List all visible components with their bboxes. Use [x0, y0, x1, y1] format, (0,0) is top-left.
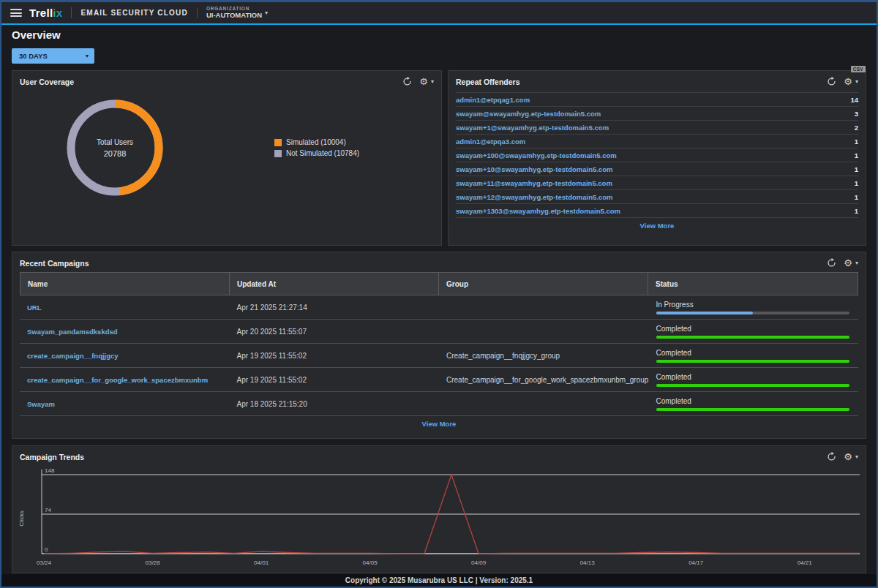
progress-bar-fill [656, 360, 850, 363]
view-more-link[interactable]: View More [449, 222, 866, 230]
campaigns-table: Name Updated At Group Status URL Apr 21 … [20, 272, 858, 416]
repeat-offender-row: admin1@etpqag1.com 14 [456, 93, 858, 107]
svg-text:04/09: 04/09 [471, 559, 487, 566]
status-label: Completed [656, 373, 691, 381]
repeat-offender-row: admin1@etpqa3.com 1 [456, 135, 858, 148]
svg-text:04/01: 04/01 [254, 559, 269, 566]
org-dropdown[interactable]: ORGANIZATION UI-AUTOMATION ▾ [206, 6, 268, 19]
campaign-status-cell: Completed [649, 344, 859, 367]
offender-email-link[interactable]: swayam+11@swayamhyg.etp-testdomain5.com [456, 179, 612, 187]
svg-text:04/21: 04/21 [798, 559, 813, 566]
svg-text:Clicks: Clicks [18, 510, 25, 526]
repeat-offender-row: swayam@swayamhyg.etp-testdomain5.com 3 [456, 107, 858, 121]
settings-gear-icon[interactable]: ⚙▾ [419, 77, 434, 86]
svg-text:74: 74 [45, 507, 51, 513]
repeat-offenders-panel: CSV Repeat Offenders ⚙▾ admin1@etpqag1.c… [448, 70, 866, 246]
chevron-down-icon: ▾ [86, 53, 89, 59]
refresh-icon[interactable] [827, 258, 836, 268]
settings-gear-icon[interactable]: ⚙▾ [844, 258, 858, 268]
svg-text:04/13: 04/13 [580, 559, 596, 566]
offender-count: 2 [855, 124, 858, 132]
panel-title: User Coverage [20, 78, 74, 86]
offender-count: 1 [855, 137, 858, 146]
progress-bar [656, 336, 850, 339]
recent-campaigns-panel: Recent Campaigns ⚙▾ Name Updated At Grou… [12, 252, 866, 439]
legend-item: Simulated (10004) [274, 138, 359, 146]
status-label: Completed [656, 397, 691, 405]
repeat-offender-row: swayam+12@swayamhyg.etp-testdomain5.com … [456, 190, 858, 204]
panel-title: Campaign Trends [20, 453, 84, 461]
topbar-divider [197, 7, 198, 18]
time-range-dropdown[interactable]: 30 DAYS ▾ [12, 48, 94, 64]
campaign-updated-at: Apr 18 2025 21:15:20 [230, 392, 440, 415]
footer-text: Copyright © 2025 Musarubra US LLC | Vers… [345, 576, 533, 584]
logo-text: Trell [29, 7, 53, 19]
repeat-offender-row: swayam+1@swayamhyg.etp-testdomain5.com 2 [456, 121, 858, 135]
campaign-name-link[interactable]: Swayam_pandamsdkskdsd [27, 328, 118, 336]
offender-email-link[interactable]: swayam+12@swayamhyg.etp-testdomain5.com [456, 193, 612, 201]
offender-email-link[interactable]: swayam+100@swayamhyg.etp-testdomain5.com [456, 151, 617, 159]
campaign-name-link[interactable]: create_campaign__fnqjjgcy [27, 352, 119, 360]
svg-text:03/24: 03/24 [37, 559, 52, 566]
offender-count: 14 [850, 96, 858, 104]
legend-label: Not Simulated (10784) [286, 149, 359, 157]
product-name: EMAIL SECURITY CLOUD [80, 9, 187, 17]
repeat-offender-row: swayam+1303@swayamhyg.etp-testdomain5.co… [456, 204, 858, 218]
repeat-offender-row: swayam+11@swayamhyg.etp-testdomain5.com … [456, 176, 858, 190]
legend-swatch [274, 139, 282, 146]
settings-gear-icon[interactable]: ⚙▾ [844, 77, 858, 86]
column-header-status: Status [648, 273, 858, 295]
offender-count: 1 [855, 193, 858, 201]
repeat-offender-row: swayam+10@swayamhyg.etp-testdomain5.com … [456, 162, 858, 176]
csv-badge: CSV [851, 66, 866, 72]
donut-center-value: 20788 [104, 149, 127, 158]
campaign-group: Create_campaign__for_google_work_spacezb… [439, 368, 649, 391]
status-label: In Progress [656, 301, 694, 309]
offender-count: 1 [855, 179, 858, 187]
svg-text:04/17: 04/17 [688, 559, 704, 566]
column-header-name: Name [20, 273, 230, 295]
footer: Copyright © 2025 Musarubra US LLC | Vers… [1, 574, 877, 587]
hamburger-menu-icon[interactable] [10, 9, 22, 17]
offender-email-link[interactable]: swayam+10@swayamhyg.etp-testdomain5.com [456, 165, 612, 173]
campaign-group [439, 392, 649, 415]
offender-email-link[interactable]: swayam@swayamhyg.etp-testdomain5.com [456, 110, 601, 118]
repeat-offender-row: swayam+100@swayamhyg.etp-testdomain5.com… [456, 148, 858, 162]
trellix-logo[interactable]: Trellix [29, 7, 62, 19]
panel-title: Recent Campaigns [20, 259, 89, 268]
offender-email-link[interactable]: swayam+1@swayamhyg.etp-testdomain5.com [456, 124, 609, 132]
table-row: URL Apr 21 2025 21:27:14 In Progress [20, 295, 858, 320]
campaign-updated-at: Apr 20 2025 11:55:07 [230, 320, 440, 343]
campaign-status-cell: Completed [649, 368, 859, 391]
panel-title: Repeat Offenders [456, 78, 520, 86]
refresh-icon[interactable] [402, 77, 412, 86]
repeat-offenders-list: admin1@etpqag1.com 14 swayam@swayamhyg.e… [456, 92, 858, 218]
campaign-trends-panel: Campaign Trends ⚙▾ 148740Clicks03/2403/2… [12, 445, 866, 573]
refresh-icon[interactable] [827, 452, 836, 461]
campaign-name-link[interactable]: Swayam [27, 400, 55, 408]
donut-center-label: Total Users [97, 138, 133, 146]
chevron-down-icon: ▾ [265, 10, 268, 16]
view-more-link[interactable]: View More [12, 420, 866, 428]
top-nav-bar: Trellix EMAIL SECURITY CLOUD ORGANIZATIO… [1, 2, 877, 23]
settings-gear-icon[interactable]: ⚙▾ [844, 452, 858, 461]
campaigns-table-header: Name Updated At Group Status [20, 272, 858, 295]
campaign-group [439, 320, 649, 343]
topbar-divider [71, 7, 72, 18]
status-label: Completed [656, 349, 691, 357]
progress-bar [656, 312, 850, 314]
progress-bar [656, 384, 850, 387]
campaign-status-cell: Completed [649, 392, 859, 415]
progress-bar-fill [656, 384, 850, 387]
offender-email-link[interactable]: swayam+1303@swayamhyg.etp-testdomain5.co… [456, 207, 620, 215]
table-row: create_campaign__fnqjjgcy Apr 19 2025 11… [20, 344, 858, 368]
page-title: Overview [12, 29, 866, 41]
svg-text:03/28: 03/28 [145, 559, 160, 566]
column-header-group: Group [439, 273, 648, 295]
campaign-name-link[interactable]: URL [27, 304, 42, 312]
offender-email-link[interactable]: admin1@etpqa3.com [456, 137, 525, 146]
logo-x: ix [53, 7, 62, 19]
refresh-icon[interactable] [827, 77, 836, 86]
offender-email-link[interactable]: admin1@etpqag1.com [456, 96, 530, 104]
campaign-name-link[interactable]: create_campaign__for_google_work_spacezb… [27, 376, 208, 384]
